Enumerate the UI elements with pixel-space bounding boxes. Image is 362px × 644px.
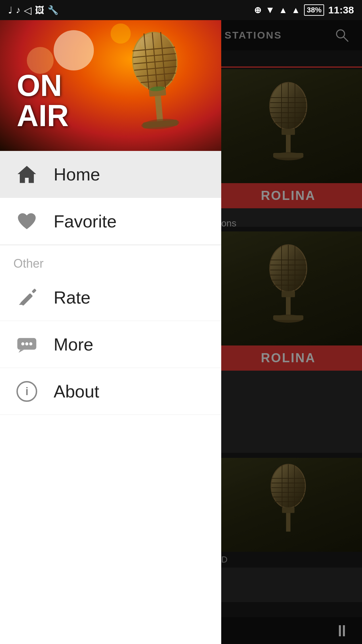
heart-icon [13,208,40,235]
svg-marker-57 [17,166,36,183]
favorite-label: Favorite [54,211,117,231]
header-mic-svg [108,23,205,144]
menu-list: Home Favorite Other Ra [0,151,221,644]
menu-item-rate[interactable]: Rate [0,274,221,321]
svg-marker-62 [18,350,24,353]
status-bar: ♩ ♪ ◁ 🖼 🔧 ⊕ ▼ ▲ ▲ 38% 11:38 [0,0,362,20]
tool-icon: 🔧 [48,5,58,15]
about-label: About [54,381,99,401]
bokeh-light-1 [54,30,94,70]
drawer-overlay[interactable] [208,20,362,644]
drawer-mic-icon [108,23,206,151]
svg-rect-53 [155,96,163,123]
drawer-header-image: ONAIR [0,20,221,151]
navigation-drawer: ONAIR Home Favorite Other [0,20,221,644]
signal-icon-2: ▲ [291,5,300,15]
other-section-label: Other [0,245,221,274]
svg-text:i: i [25,385,28,397]
menu-item-home[interactable]: Home [0,151,221,198]
signal-icon: ▲ [279,5,288,15]
add-icon: ⊕ [254,5,261,15]
on-air-label: ONAIR [17,70,69,131]
status-icons-left: ♩ ♪ ◁ 🖼 🔧 [8,4,58,16]
menu-item-about[interactable]: i About [0,368,221,415]
svg-point-55 [141,117,180,130]
image-icon: 🖼 [35,5,44,16]
home-icon [13,161,40,188]
more-label: More [54,334,93,355]
about-icon: i [13,378,40,405]
music-note-icon-2: ♪ [16,5,20,15]
svg-rect-60 [32,288,37,293]
more-icon [13,331,40,358]
rate-label: Rate [54,287,90,308]
svg-point-65 [29,342,32,345]
battery-indicator: 38% [304,4,324,16]
rate-icon [13,284,40,311]
svg-point-63 [21,342,24,345]
svg-point-64 [25,342,28,345]
menu-item-favorite[interactable]: Favorite [0,198,221,245]
battery-level: 38% [307,6,321,14]
status-icons-right: ⊕ ▼ ▲ ▲ 38% 11:38 [254,4,354,16]
home-label: Home [54,164,100,184]
clock: 11:38 [328,4,354,16]
music-note-icon: ♩ [8,5,12,16]
wifi-icon: ▼ [265,5,275,15]
back-icon: ◁ [24,4,32,16]
menu-item-more[interactable]: More [0,321,221,368]
